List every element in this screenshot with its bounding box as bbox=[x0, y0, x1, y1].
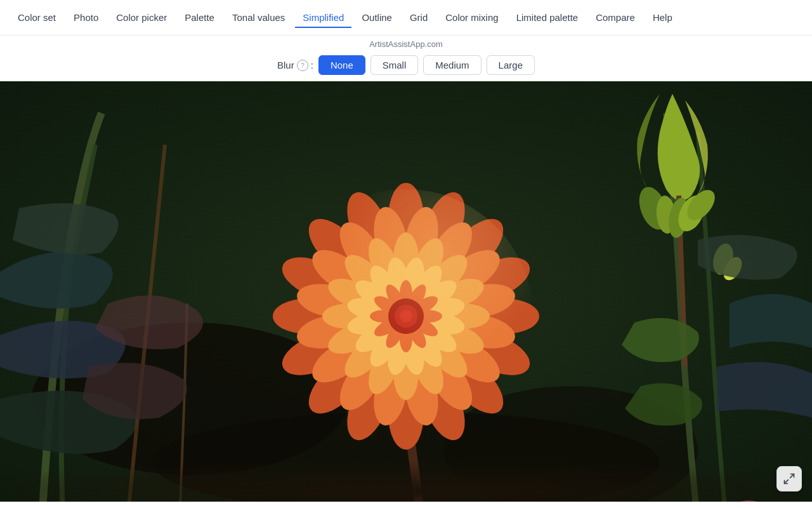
nav-item-compare[interactable]: Compare bbox=[588, 7, 643, 28]
nav-item-color-set[interactable]: Color set bbox=[10, 7, 63, 28]
blur-help-icon[interactable]: ? bbox=[297, 60, 308, 71]
blur-text: Blur bbox=[277, 60, 294, 70]
nav-item-palette[interactable]: Palette bbox=[177, 7, 222, 28]
fullscreen-button[interactable] bbox=[776, 466, 802, 491]
blur-controls: Blur ?: NoneSmallMediumLarge bbox=[0, 51, 812, 81]
nav-item-outline[interactable]: Outline bbox=[354, 7, 400, 28]
flower-image bbox=[0, 81, 812, 502]
nav-item-grid[interactable]: Grid bbox=[402, 7, 435, 28]
svg-rect-94 bbox=[0, 450, 812, 502]
nav-item-color-mixing[interactable]: Color mixing bbox=[438, 7, 506, 28]
image-container bbox=[0, 81, 812, 502]
blur-option-none[interactable]: None bbox=[318, 55, 365, 75]
nav-item-photo[interactable]: Photo bbox=[66, 7, 106, 28]
nav-item-limited-palette[interactable]: Limited palette bbox=[509, 7, 586, 28]
nav-item-help[interactable]: Help bbox=[645, 7, 680, 28]
svg-line-96 bbox=[785, 480, 789, 484]
fullscreen-icon bbox=[783, 472, 796, 485]
blur-option-large[interactable]: Large bbox=[487, 55, 535, 75]
app-subtitle: ArtistAssistApp.com bbox=[0, 36, 812, 51]
navbar: Color setPhotoColor pickerPaletteTonal v… bbox=[0, 0, 812, 36]
blur-option-small[interactable]: Small bbox=[370, 55, 419, 75]
blur-option-medium[interactable]: Medium bbox=[423, 55, 481, 75]
nav-item-tonal-values[interactable]: Tonal values bbox=[225, 7, 292, 28]
nav-item-simplified[interactable]: Simplified bbox=[295, 7, 351, 28]
nav-item-color-picker[interactable]: Color picker bbox=[108, 7, 174, 28]
blur-label: Blur ?: bbox=[277, 60, 313, 71]
svg-point-93 bbox=[279, 189, 533, 443]
svg-line-95 bbox=[790, 474, 794, 478]
